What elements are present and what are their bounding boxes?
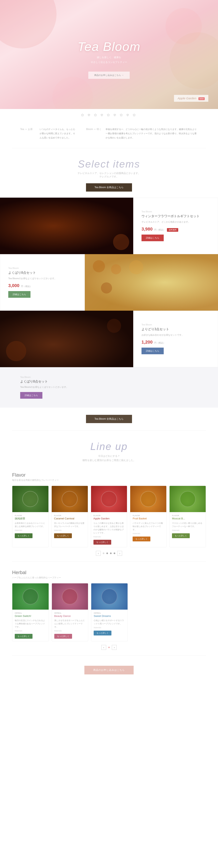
flavor-apple-desc: りんごの爽やかな甘みと豊かな香りが楽しめます。上品な甘さとほのかな酸味のバランス… [93,522,125,534]
herbal-next-arrow[interactable]: › [112,645,117,650]
flavor-card-muscat: FLAVOR Muscat B... マスカットの甘い香りが楽しめるフルーティー… [169,486,206,547]
product-card-2: Tea Bloom よくばり8点セット Tea Bloomのお得なよくばりセット… [0,254,85,311]
hero-deco-circle-1 [0,0,57,49]
hero-shop-btn[interactable]: 商品のお申し込みはこちら → [88,72,130,79]
about-tea-label: Tea ＝ お茶 [20,127,36,140]
flavor-category-desc: 毎日を彩る台湾産の個性的なフレーバーティー [12,478,206,482]
product-3-btn[interactable]: 詳細はこちら [142,348,164,354]
product-img-2 [85,254,218,311]
select-all-btn[interactable]: Tea Bloom 全商品はこちら [86,183,132,192]
hero-center-block: Tea Bloom 嬉しを楽しく、健康を やさしく伝えるコンセプトティー [77,40,141,65]
herbal-green-btn[interactable]: もっと詳しく [15,634,32,639]
product-1-label: Tea Bloom [142,210,210,213]
product-3-desc: お好きな組み合わせがお得なセットです。 [142,333,210,337]
herbal-beauty-materials: Materials: [54,630,86,632]
bottom-select-btn[interactable]: Tea Bloom 全商品はこちら [86,415,132,423]
flavor-matcha-desc: お茶本来のうまみをストレートに楽しむ純粋な緑茶ブレンドです。 [15,522,46,528]
herbal-heart: ♥ [108,646,110,649]
flavor-caramel-btn[interactable]: もっと詳しく [54,533,72,538]
flavor-apple-btn[interactable]: もっと詳しく [93,540,111,545]
flavor-img-apple [91,486,127,512]
product-row-4: Tea Bloom よくばり8点セット Tea Bloomのお得なよくばりセット… [0,367,218,408]
herbal-beauty-btn[interactable]: もっと詳しく [54,634,72,639]
product-1-price: 3,980 [142,226,153,232]
flavor-section: Flavor 毎日を彩る台湾産の個性的なフレーバーティー FLAVOR 抹純緑茶… [0,466,218,559]
flavor-card-apple: FLAVOR Apple Garden りんごの爽やかな甘みと豊かな香りが楽しめ… [91,486,127,547]
footer-cta-btn[interactable]: 商品のお申し込みはこちら [84,666,134,674]
product-1-btn[interactable]: 詳細はこちら [142,235,164,241]
flavor-matcha-name: 抹純緑茶 [15,517,46,520]
product-row-1: Tea Bloom ウィンターフラワーボトルギフトセット テレビネルストア、どこ… [0,197,218,254]
flavor-matcha-btn[interactable]: もっと詳しく [15,533,32,538]
flavor-caramel-name: Caramel Carnival [54,517,85,520]
herbal-sweet-btn[interactable]: もっと詳しく [94,630,112,636]
flavor-fruit-tag: FLAVOR [133,515,164,517]
flavor-fruit-materials: Materials: [133,532,164,534]
hero-brand: Tea Bloom [77,40,141,53]
product-3-label: Tea Bloom [142,323,210,326]
flavor-caramel-materials: Materials: [54,529,85,531]
hero-deco-circle-3 [53,77,93,109]
herbal-category-title: Herbal [12,570,206,575]
lineup-section: Line up 今日はどれにする？ 個性を楽しむ選別のお茶をご用意に揃えました。 [0,431,218,466]
herbal-category-desc: ハーブをふんだんに使った個性的なハーブティー [12,576,206,579]
herbal-beauty-desc: 美しさを引き出すハーブをふんだんに使用したブレンドティーです。 [54,619,86,629]
product-card-1: Tea Bloom ウィンターフラワーボトルギフトセット テレビネルストア、どこ… [133,197,218,254]
herbal-prev-arrow[interactable]: ‹ [101,645,106,650]
herbal-sweet-tag: HERBAL [94,612,125,614]
flavor-dot-4[interactable] [114,553,115,554]
flavor-dot-3[interactable] [110,553,112,554]
product-3-unit: 円（税込） [154,341,165,344]
product-4-btn[interactable]: 詳細はこちら [20,392,42,399]
about-section: Tea ＝ お茶 いつものティータイムも、もっと心が豊かな時間に変えていきます。… [0,121,218,148]
flavor-fruit-name: Fruit Basket [133,517,164,520]
flower-border: ✿ ✾ ✿ ✾ ✿ ✾ ✿ ✾ ✿ [0,109,218,121]
flavor-fruit-btn[interactable]: もっと詳しく [133,536,150,541]
flavor-muscat-btn[interactable]: もっと詳しく [172,533,190,538]
herbal-card-beauty: HERBAL Beauty Dance 美しさを引き出すハーブをふんだんに使用し… [52,583,88,642]
flavor-caramel-tag: FLAVOR [54,515,85,517]
about-bloom-label: Bloom ＝ 咲く [86,127,102,140]
herbal-section: Herbal ハーブをふんだんに使った個性的なハーブティー HERBAL Gre… [0,564,218,654]
flavor-apple-tag: FLAVOR [93,515,125,517]
hero-badge-text: Apple Garden [178,96,196,100]
product-2-unit: 円（税込） [21,285,32,288]
lineup-title: Line up [0,441,218,453]
herbal-green-tag: HERBAL [15,612,46,614]
product-3-name: よりどり3点セット [142,327,210,332]
herbal-beauty-tag: HERBAL [54,612,86,614]
select-subtitle: テレビネルストア、セレクションの自慢商品どさいます。 [0,172,218,175]
product-1-unit: 円（税込） [154,228,165,231]
herbal-img-green [12,583,49,610]
product-4-label: Tea Bloom [20,376,198,378]
flavor-cards-row: FLAVOR 抹純緑茶 お茶本来のうまみをストレートに楽しむ純粋な緑茶ブレンドで… [12,486,206,547]
about-bloom-desc: 幸福を表現するー、どうやら心に一輪の花が咲くような気分になります。健康や元気をよ… [105,127,198,140]
flavor-dot-1[interactable] [103,553,104,554]
hero-badge-sub: NEW [198,97,205,100]
product-2-btn[interactable]: 詳細はこちら [8,291,30,298]
hero-section: Tea Bloom 嬉しを楽しく、健康を やさしく伝えるコンセプトティー 商品の… [0,0,218,109]
flavor-fruit-desc: バラエティに富んだフルーツの風味が楽しめるブレンドティーです。 [133,522,164,531]
flavor-card-fruit: FLAVOR Fruit Basket バラエティに富んだフルーツの風味が楽しめ… [130,486,166,547]
product-2-price-row: 3,000 円（税込） [8,283,76,288]
select-subtitle2: テレグルメです。 [0,175,218,179]
product-1-badge: 送料無料 [167,228,178,232]
herbal-carousel-nav: ‹ ♥ › [12,641,206,653]
herbal-sweet-name: Sweet Dreams [94,615,125,618]
flavor-next-arrow[interactable]: › [117,551,122,556]
flavor-matcha-materials: Materials: [15,529,46,531]
flavor-prev-arrow[interactable]: ‹ [96,551,101,556]
flavor-card-caramel: FLAVOR Caramel Carnival 甘いキャラメルの風味が広がる贅沢… [52,486,88,547]
flavor-muscat-desc: マスカットの甘い香りが楽しめるフルーティーな一杯です。 [172,522,203,528]
flavor-muscat-name: Muscat B... [172,517,203,520]
product-img-1 [0,197,133,254]
product-4-desc: Tea Bloomのお得なよくばりセットどさいます。 [20,385,198,389]
product-row-3: Tea Bloom よりどり3点セット お好きな組み合わせがお得なセットです。 … [0,311,218,367]
about-tea-col: Tea ＝ お茶 いつものティータイムも、もっと心が豊かな時間に変えていきます。… [20,127,76,140]
herbal-cards-row: HERBAL Green Switch! 毎日の生活にスイッチを入れるような爽快… [12,583,206,642]
herbal-green-desc: 毎日の生活にスイッチを入れるような爽快感のあるハーブブレンドです。 [15,619,46,629]
flavor-img-matcha [12,486,49,512]
flavor-apple-name: Apple Garden [93,517,125,520]
product-3-price: 1,200 [142,340,153,345]
flavor-dot-2[interactable] [106,553,108,554]
